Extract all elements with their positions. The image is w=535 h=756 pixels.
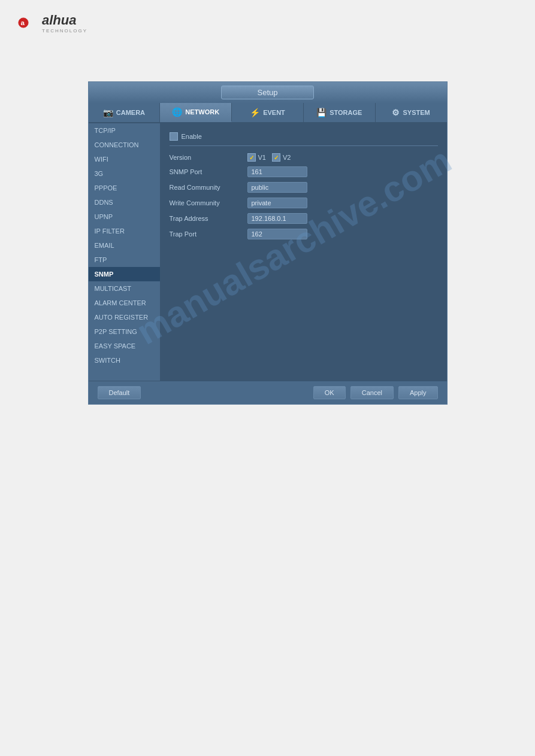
sidebar-item-multicast[interactable]: MULTICAST <box>89 281 160 296</box>
version-label: Version <box>170 154 247 161</box>
tab-storage-label: STORAGE <box>330 109 362 116</box>
logo-text: alhua <box>42 13 87 28</box>
sidebar-item-wifi[interactable]: WIFI <box>89 152 160 166</box>
svg-text:a: a <box>21 19 25 26</box>
trap-port-row: Trap Port <box>170 229 438 239</box>
tab-system[interactable]: ⚙ SYSTEM <box>376 103 447 122</box>
sidebar-item-pppoe[interactable]: PPPOE <box>89 181 160 195</box>
footer-bar: Default OK Cancel Apply <box>89 381 447 404</box>
ok-button[interactable]: OK <box>313 386 346 399</box>
logo-subtext: TECHNOLOGY <box>42 28 87 34</box>
tab-event[interactable]: ⚡ EVENT <box>232 103 304 122</box>
main-container: Setup 📷 CAMERA 🌐 NETWORK ⚡ EVENT 💾 STORA… <box>88 81 448 405</box>
sidebar-item-ip-filter[interactable]: IP FILTER <box>89 224 160 238</box>
v2-item: V2 <box>272 153 291 162</box>
tab-storage[interactable]: 💾 STORAGE <box>304 103 376 122</box>
camera-tab-icon: 📷 <box>103 108 113 117</box>
enable-checkbox[interactable] <box>170 132 178 141</box>
tab-camera[interactable]: 📷 CAMERA <box>89 103 161 122</box>
trap-address-label: Trap Address <box>170 215 247 222</box>
trap-address-input[interactable] <box>247 213 307 224</box>
sidebar-item-switch[interactable]: SWITCH <box>89 353 160 368</box>
v2-label: V2 <box>283 154 291 161</box>
write-community-row: Write Community <box>170 198 438 208</box>
logo: a alhua TECHNOLOGY <box>18 12 517 34</box>
read-community-input[interactable] <box>247 182 307 193</box>
sidebar-item-auto-register[interactable]: AUTO REGISTER <box>89 310 160 324</box>
write-community-input[interactable] <box>247 198 307 208</box>
system-tab-icon: ⚙ <box>392 108 400 117</box>
sidebar: TCP/IP CONNECTION WIFI 3G PPPOE DDNS UPN… <box>89 123 161 381</box>
tab-event-label: EVENT <box>263 109 285 116</box>
sidebar-item-ftp[interactable]: FTP <box>89 253 160 267</box>
apply-button[interactable]: Apply <box>398 386 438 399</box>
title-bar: Setup <box>89 82 447 103</box>
tab-system-label: SYSTEM <box>403 109 430 116</box>
read-community-row: Read Community <box>170 182 438 193</box>
tab-network[interactable]: 🌐 NETWORK <box>160 103 232 122</box>
content-area: TCP/IP CONNECTION WIFI 3G PPPOE DDNS UPN… <box>89 123 447 381</box>
enable-label: Enable <box>182 133 202 140</box>
footer-right-buttons: OK Cancel Apply <box>313 386 438 399</box>
v1-label: V1 <box>258 154 266 161</box>
tab-camera-label: CAMERA <box>116 109 145 116</box>
storage-tab-icon: 💾 <box>316 108 327 117</box>
enable-row: Enable <box>170 132 438 146</box>
sidebar-item-3g[interactable]: 3G <box>89 166 160 181</box>
sidebar-item-tcp-ip[interactable]: TCP/IP <box>89 123 160 138</box>
trap-port-label: Trap Port <box>170 230 247 238</box>
tab-bar: 📷 CAMERA 🌐 NETWORK ⚡ EVENT 💾 STORAGE ⚙ S… <box>89 103 447 123</box>
network-tab-icon: 🌐 <box>172 107 182 117</box>
snmp-port-row: SNMP Port <box>170 166 438 177</box>
sidebar-item-alarm-center[interactable]: ALARM CENTER <box>89 296 160 310</box>
trap-address-row: Trap Address <box>170 213 438 224</box>
v1-item: V1 <box>247 153 266 162</box>
snmp-port-input[interactable] <box>247 166 307 177</box>
sidebar-item-connection[interactable]: CONNECTION <box>89 138 160 152</box>
sidebar-item-snmp[interactable]: SNMP <box>89 267 160 281</box>
write-community-label: Write Community <box>170 199 247 207</box>
event-tab-icon: ⚡ <box>250 108 260 117</box>
sidebar-item-easy-space[interactable]: EASY SPACE <box>89 339 160 353</box>
default-button[interactable]: Default <box>98 386 141 399</box>
v2-checkbox[interactable] <box>272 153 280 162</box>
sidebar-item-email[interactable]: EMAIL <box>89 238 160 253</box>
version-options: V1 V2 <box>247 153 291 162</box>
trap-port-input[interactable] <box>247 229 307 239</box>
sidebar-item-p2p-setting[interactable]: P2P SETTING <box>89 324 160 339</box>
tab-network-label: NETWORK <box>185 108 219 116</box>
sidebar-item-upnp[interactable]: UPNP <box>89 210 160 224</box>
v1-checkbox[interactable] <box>247 153 256 162</box>
title-label: Setup <box>221 86 315 99</box>
logo-area: a alhua TECHNOLOGY <box>0 0 535 45</box>
version-row: Version V1 V2 <box>170 153 438 162</box>
snmp-port-label: SNMP Port <box>170 168 247 175</box>
snmp-panel: Enable Version V1 V2 <box>161 123 447 381</box>
sidebar-item-ddns[interactable]: DDNS <box>89 195 160 210</box>
read-community-label: Read Community <box>170 184 247 191</box>
cancel-button[interactable]: Cancel <box>350 386 394 399</box>
